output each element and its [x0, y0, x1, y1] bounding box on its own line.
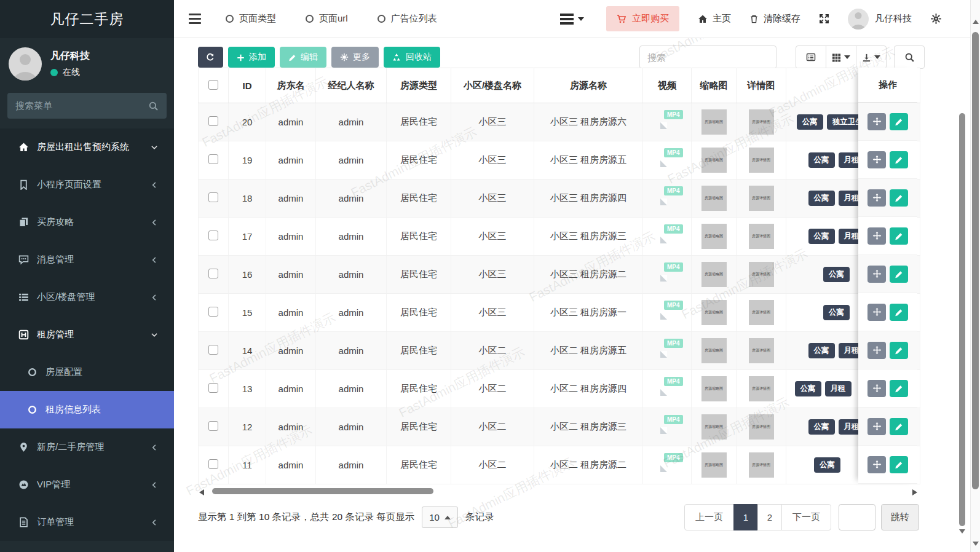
row-checkbox[interactable] — [208, 307, 218, 317]
menu-search-input[interactable]: 搜索菜单 — [7, 93, 167, 119]
scroll-down-arrow-icon[interactable] — [959, 529, 965, 534]
tab-ad-list[interactable]: 广告位列表 — [377, 13, 437, 25]
detail-image[interactable]: 房源详情图 — [749, 148, 774, 173]
sidebar-item-community-management[interactable]: 小区/楼盘管理 — [0, 278, 174, 316]
row-checkbox[interactable] — [208, 383, 218, 393]
more-button[interactable]: 更多 — [331, 47, 379, 68]
detail-image[interactable]: 房源详情图 — [749, 376, 774, 401]
horizontal-scrollbar-thumb[interactable] — [212, 488, 433, 494]
row-checkbox[interactable] — [208, 116, 218, 126]
scroll-down-arrow-icon[interactable] — [973, 542, 979, 546]
row-checkbox[interactable] — [208, 231, 218, 240]
row-checkbox[interactable] — [208, 421, 218, 431]
fullscreen-icon[interactable] — [819, 14, 829, 24]
window-scrollbar-thumb[interactable] — [972, 32, 979, 489]
row-edit-button[interactable] — [890, 342, 908, 359]
drag-move-button[interactable] — [867, 380, 886, 397]
row-edit-button[interactable] — [890, 418, 908, 435]
recycle-bin-button[interactable]: 回收站 — [384, 47, 440, 68]
tab-list-dropdown[interactable] — [560, 14, 584, 25]
scroll-left-arrow-icon[interactable] — [199, 489, 204, 495]
page-button-1[interactable]: 1 — [733, 504, 758, 530]
detail-image[interactable]: 房源详情图 — [749, 186, 774, 211]
col-header-community[interactable]: 小区/楼盘名称 — [451, 68, 534, 103]
jump-page-input[interactable] — [839, 504, 875, 530]
col-header-type[interactable]: 房源类型 — [387, 68, 451, 103]
select-all-checkbox[interactable] — [208, 80, 218, 90]
thumbnail-image[interactable]: 房源缩略图 — [701, 338, 727, 363]
drag-move-button[interactable] — [867, 342, 886, 359]
col-header-agent[interactable]: 经纪人名称 — [316, 68, 387, 103]
drag-move-button[interactable] — [867, 227, 886, 245]
sidebar-item-message-management[interactable]: 消息管理 — [0, 241, 174, 278]
drag-move-button[interactable] — [867, 456, 886, 473]
row-edit-button[interactable] — [890, 456, 908, 473]
thumbnail-image[interactable]: 房源缩略图 — [701, 452, 727, 478]
col-header-video[interactable]: 视频 — [643, 68, 692, 103]
detail-view-button[interactable] — [796, 45, 826, 69]
columns-button[interactable] — [826, 45, 856, 69]
row-edit-button[interactable] — [890, 189, 908, 207]
thumbnail-image[interactable]: 房源缩略图 — [701, 148, 727, 173]
detail-image[interactable]: 房源详情图 — [749, 300, 774, 325]
row-edit-button[interactable] — [890, 113, 908, 130]
edit-button[interactable]: 编辑 — [280, 47, 326, 68]
sidebar-item-house-booking-system[interactable]: 房屋出租出售预约系统 — [0, 128, 174, 166]
row-edit-button[interactable] — [890, 227, 908, 245]
sidebar-item-rental-info-list[interactable]: 租房信息列表 — [0, 391, 174, 428]
thumbnail-image[interactable]: 房源缩略图 — [701, 300, 727, 325]
row-checkbox[interactable] — [208, 192, 218, 202]
scroll-up-arrow-icon[interactable] — [973, 20, 979, 24]
thumbnail-image[interactable]: 房源缩略图 — [701, 109, 727, 135]
sidebar-item-buying-guide[interactable]: 买房攻略 — [0, 203, 174, 241]
col-header-thumb[interactable]: 缩略图 — [692, 68, 737, 103]
detail-image[interactable]: 房源详情图 — [749, 452, 774, 478]
tab-page-type[interactable]: 页面类型 — [226, 13, 276, 25]
prev-page-button[interactable]: 上一页 — [684, 504, 734, 530]
drag-move-button[interactable] — [867, 151, 886, 168]
col-header-name[interactable]: 房源名称 — [534, 68, 643, 103]
clear-cache-link[interactable]: 清除缓存 — [749, 13, 800, 25]
sidebar-item-rental-management[interactable]: 租房管理 — [0, 316, 174, 353]
scroll-right-arrow-icon[interactable] — [912, 489, 917, 495]
drag-move-button[interactable] — [867, 418, 886, 435]
row-edit-button[interactable] — [890, 151, 908, 168]
home-link[interactable]: 主页 — [698, 13, 731, 25]
detail-image[interactable]: 房源详情图 — [749, 262, 774, 287]
sidebar-item-miniapp-page-settings[interactable]: 小程序页面设置 — [0, 166, 174, 203]
tab-page-url[interactable]: 页面url — [306, 13, 348, 25]
page-button-2[interactable]: 2 — [757, 504, 782, 530]
page-size-dropdown[interactable]: 10 — [422, 507, 458, 528]
thumbnail-image[interactable]: 房源缩略图 — [701, 262, 727, 287]
sidebar-item-house-config[interactable]: 房屋配置 — [0, 353, 174, 391]
settings-gears-icon[interactable] — [930, 13, 942, 25]
row-checkbox[interactable] — [208, 459, 218, 469]
row-checkbox[interactable] — [208, 154, 218, 164]
next-page-button[interactable]: 下一页 — [781, 504, 831, 530]
drag-move-button[interactable] — [867, 304, 886, 321]
detail-image[interactable]: 房源详情图 — [749, 109, 774, 135]
col-header-detail[interactable]: 详情图 — [737, 68, 786, 103]
detail-image[interactable]: 房源详情图 — [749, 224, 774, 249]
add-button[interactable]: 添加 — [228, 47, 275, 68]
row-edit-button[interactable] — [890, 266, 908, 283]
sidebar-item-new-secondhand-management[interactable]: 新房/二手房管理 — [0, 428, 174, 466]
detail-image[interactable]: 房源详情图 — [749, 338, 774, 363]
sidebar-item-order-management[interactable]: 订单管理 — [0, 503, 174, 541]
table-search-input[interactable] — [639, 45, 776, 69]
advanced-search-button[interactable] — [894, 45, 925, 69]
refresh-button[interactable] — [198, 47, 223, 68]
navbar-user-menu[interactable]: 凡仔科技 — [848, 9, 912, 30]
row-edit-button[interactable] — [890, 380, 908, 397]
thumbnail-image[interactable]: 房源缩略图 — [701, 224, 727, 249]
detail-image[interactable]: 房源详情图 — [749, 414, 774, 440]
drag-move-button[interactable] — [867, 113, 886, 130]
drag-move-button[interactable] — [867, 266, 886, 283]
thumbnail-image[interactable]: 房源缩略图 — [701, 376, 727, 401]
thumbnail-image[interactable]: 房源缩略图 — [701, 186, 727, 211]
buy-now-button[interactable]: 立即购买 — [606, 6, 679, 31]
sidebar-item-vip-management[interactable]: VIP管理 — [0, 466, 174, 503]
row-checkbox[interactable] — [208, 269, 218, 278]
row-edit-button[interactable] — [890, 304, 908, 321]
inner-scrollbar-thumb[interactable] — [959, 113, 965, 526]
